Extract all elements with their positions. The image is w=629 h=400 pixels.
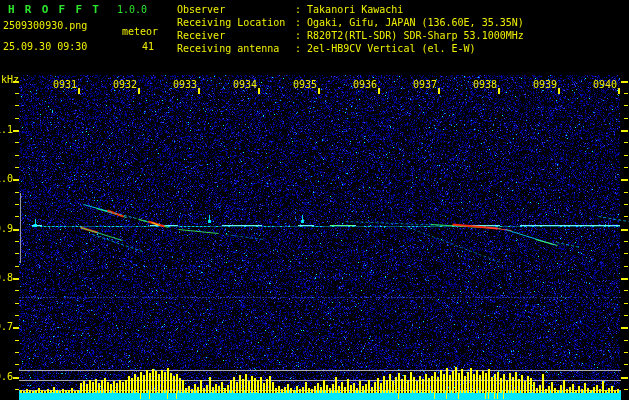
info-separator: : (295, 4, 307, 15)
info-label: Receiving antenna (177, 43, 295, 54)
info-row-location: Receiving Location: Ogaki, Gifu, JAPAN (… (177, 17, 524, 28)
info-separator: : (295, 17, 307, 28)
spectrogram-canvas (0, 0, 629, 400)
hrofft-window: H R O F F T 1.0.0 2509300930.png meteor … (0, 0, 629, 400)
echo-count: 41 (142, 41, 154, 52)
app-title: H R O F F T (8, 3, 101, 16)
mode-label: meteor (122, 26, 158, 37)
info-row-antenna: Receiving antenna: 2el-HB9CV Vertical (e… (177, 43, 476, 54)
info-value: Ogaki, Gifu, JAPAN (136.60E, 35.35N) (307, 17, 524, 28)
datetime-label: 25.09.30 09:30 (3, 41, 87, 52)
info-row-receiver: Receiver: R820T2(RTL-SDR) SDR-Sharp 53.1… (177, 30, 524, 41)
info-separator: : (295, 43, 307, 54)
info-label: Observer (177, 4, 295, 15)
info-label: Receiver (177, 30, 295, 41)
info-label: Receiving Location (177, 17, 295, 28)
info-value: 2el-HB9CV Vertical (el. E-W) (307, 43, 476, 54)
info-value: R820T2(RTL-SDR) SDR-Sharp 53.1000MHz (307, 30, 524, 41)
info-separator: : (295, 30, 307, 41)
info-value: Takanori Kawachi (307, 4, 403, 15)
filename-label: 2509300930.png (3, 20, 87, 31)
info-row-observer: Observer: Takanori Kawachi (177, 4, 403, 15)
version-label: 1.0.0 (117, 4, 147, 15)
